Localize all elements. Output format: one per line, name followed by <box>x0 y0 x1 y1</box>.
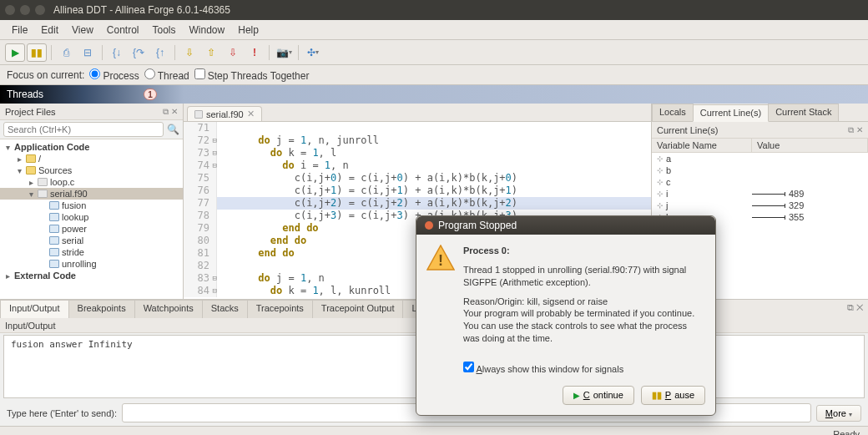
window-title: Allinea DDT - Allinea Forge 6.0.1-46365 <box>53 4 230 16</box>
focus-label: Focus on current: <box>7 69 84 81</box>
focus-thread-radio[interactable]: Thread <box>144 68 189 82</box>
tree-sub-fusion[interactable]: fusion <box>0 200 183 211</box>
close-panel-icon[interactable]: ✕ <box>856 302 863 312</box>
minimize-window-icon[interactable] <box>20 5 30 15</box>
warning-icon: ! <box>426 245 455 271</box>
tree-sub-power[interactable]: power <box>0 223 183 235</box>
code-line-75[interactable]: 75 c(i,j+0) = c(i,j+0) + a(i,k)*b(k,j+0) <box>184 172 651 185</box>
io-input-label: Type here ('Enter' to send): <box>7 408 117 418</box>
tree-sub-serial[interactable]: serial <box>0 235 183 246</box>
tab-locals[interactable]: Locals <box>652 104 694 121</box>
run-button[interactable]: ▶ <box>5 43 25 62</box>
code-line-77[interactable]: 77 c(i,j+2) = c(i,j+2) + a(i,k)*b(k,j+2) <box>184 197 651 210</box>
titlebar: Allinea DDT - Allinea Forge 6.0.1-46365 <box>0 0 868 20</box>
menu-window[interactable]: Window <box>183 22 232 38</box>
menubar: File Edit View Control Tools Window Help <box>0 20 868 40</box>
close-window-icon[interactable] <box>5 5 15 15</box>
step-out-button[interactable]: {↑ <box>150 43 170 62</box>
menu-edit[interactable]: Edit <box>34 22 65 38</box>
tab-current-stack[interactable]: Current Stack <box>768 104 839 121</box>
tree-sub-lookup[interactable]: lookup <box>0 211 183 223</box>
menu-view[interactable]: View <box>65 22 100 38</box>
step-up-yellow-button[interactable]: ⇧ <box>201 43 221 62</box>
tab-watchpoints[interactable]: Watchpoints <box>134 300 203 318</box>
code-line-74[interactable]: 74⊟ do i = 1, n <box>184 159 651 172</box>
code-line-71[interactable]: 71 <box>184 122 651 134</box>
var-row-a[interactable]: ⊹a <box>652 153 868 164</box>
statusbar: Ready <box>0 426 868 435</box>
menu-tools[interactable]: Tools <box>146 22 183 38</box>
thread-count-badge: 1 <box>144 89 157 100</box>
dialog-text: Process 0: Thread 1 stopped in unrolling… <box>463 245 705 352</box>
variables-header: Variable NameValue <box>652 139 868 153</box>
more-button[interactable]: More ▾ <box>816 405 861 422</box>
tree-root-folder[interactable]: ▸/ <box>0 153 183 164</box>
always-show-checkbox[interactable]: Always show this window for signals <box>463 362 623 374</box>
tree-file-serial[interactable]: ▾serial.f90 <box>0 188 183 200</box>
project-files-header: Project Files ⧉✕ <box>0 104 183 120</box>
pause-button[interactable]: ▮▮ <box>27 43 47 62</box>
snapshot-button[interactable]: 📷▾ <box>274 43 294 62</box>
tree-external-code[interactable]: ▸External Code <box>0 270 183 281</box>
maximize-window-icon[interactable] <box>35 5 45 15</box>
close-panel-icon[interactable]: ✕ <box>856 125 863 135</box>
undock-icon[interactable]: ⧉ <box>163 107 169 117</box>
menu-control[interactable]: Control <box>100 22 146 38</box>
step-down-yellow-button[interactable]: ⇩ <box>179 43 199 62</box>
status-ready: Ready <box>833 429 860 436</box>
tree-sub-unrolling[interactable]: unrolling <box>0 258 183 270</box>
tree-sub-stride[interactable]: stride <box>0 246 183 258</box>
tab-serial-f90[interactable]: serial.f90 ✕ <box>187 106 262 121</box>
editor-tabs: serial.f90 ✕ <box>184 104 651 122</box>
close-tab-icon[interactable]: ✕ <box>247 109 255 119</box>
close-panel-icon[interactable]: ✕ <box>171 107 178 117</box>
add-breakpoint-button[interactable]: ⎙ <box>56 43 76 62</box>
step-threads-together-checkbox[interactable]: Step Threads Together <box>194 68 310 82</box>
step-over-button[interactable]: {↷ <box>129 43 149 62</box>
window-controls <box>5 5 45 15</box>
dialog-close-icon[interactable] <box>425 221 433 230</box>
program-stopped-dialog: Program Stopped ! Process 0: Thread 1 st… <box>416 215 716 416</box>
search-icon[interactable]: 🔍 <box>167 124 179 135</box>
focus-process-radio[interactable]: Process <box>89 68 139 82</box>
tab-io[interactable]: Input/Output <box>0 300 69 318</box>
tab-stacks[interactable]: Stacks <box>202 300 248 318</box>
step-down-red-button[interactable]: ⇩ <box>223 43 243 62</box>
var-row-c[interactable]: ⊹c <box>652 176 868 188</box>
right-tabs: Locals Current Line(s) Current Stack <box>652 104 868 122</box>
project-tree[interactable]: ▾Application Code ▸/ ▾Sources ▸loop.c ▾s… <box>0 139 183 299</box>
code-line-76[interactable]: 76 c(i,j+1) = c(i,j+1) + a(i,k)*b(k,j+1) <box>184 185 651 197</box>
threads-bar[interactable]: Threads 1 <box>0 85 868 104</box>
var-row-i[interactable]: ⊹i489 <box>652 188 868 200</box>
code-line-73[interactable]: 73⊟ do k = 1, l <box>184 147 651 159</box>
tools-dropdown-button[interactable]: ✣▾ <box>303 43 323 62</box>
continue-button[interactable]: ▶Continue <box>563 386 634 405</box>
threads-label: Threads <box>7 89 43 100</box>
current-lines-header: Current Line(s) ⧉✕ <box>652 122 868 139</box>
menu-help[interactable]: Help <box>231 22 265 38</box>
tab-breakpoints[interactable]: Breakpoints <box>68 300 135 318</box>
step-into-button[interactable]: {↓ <box>107 43 127 62</box>
toolbar: ▶ ▮▮ ⎙ ⊟ {↓ {↷ {↑ ⇩ ⇧ ⇩ ! 📷▾ ✣▾ <box>0 40 868 65</box>
search-input[interactable] <box>3 122 164 137</box>
tree-sources-folder[interactable]: ▾Sources <box>0 164 183 176</box>
undock-icon[interactable]: ⧉ <box>847 302 854 312</box>
var-row-b[interactable]: ⊹b <box>652 164 868 176</box>
dialog-title[interactable]: Program Stopped <box>416 216 715 235</box>
tree-application-code[interactable]: ▾Application Code <box>0 141 183 153</box>
tab-current-lines[interactable]: Current Line(s) <box>693 104 769 122</box>
project-files-panel: Project Files ⧉✕ 🔍 ▾Application Code ▸/ … <box>0 104 184 299</box>
tree-file-loopc[interactable]: ▸loop.c <box>0 176 183 188</box>
menu-file[interactable]: File <box>5 22 34 38</box>
stop-button[interactable]: ! <box>245 43 265 62</box>
tab-tracepoints[interactable]: Tracepoints <box>247 300 313 318</box>
svg-text:!: ! <box>438 252 443 269</box>
var-row-j[interactable]: ⊹j329 <box>652 200 868 211</box>
remove-breakpoint-button[interactable]: ⊟ <box>78 43 98 62</box>
pause-dialog-button[interactable]: ▮▮Pause <box>641 386 705 405</box>
focus-bar: Focus on current: Process Thread Step Th… <box>0 65 868 85</box>
tab-tracepoint-output[interactable]: Tracepoint Output <box>312 300 404 318</box>
undock-icon[interactable]: ⧉ <box>848 125 854 135</box>
code-line-72[interactable]: 72⊟ do j = 1, n, junroll <box>184 134 651 147</box>
